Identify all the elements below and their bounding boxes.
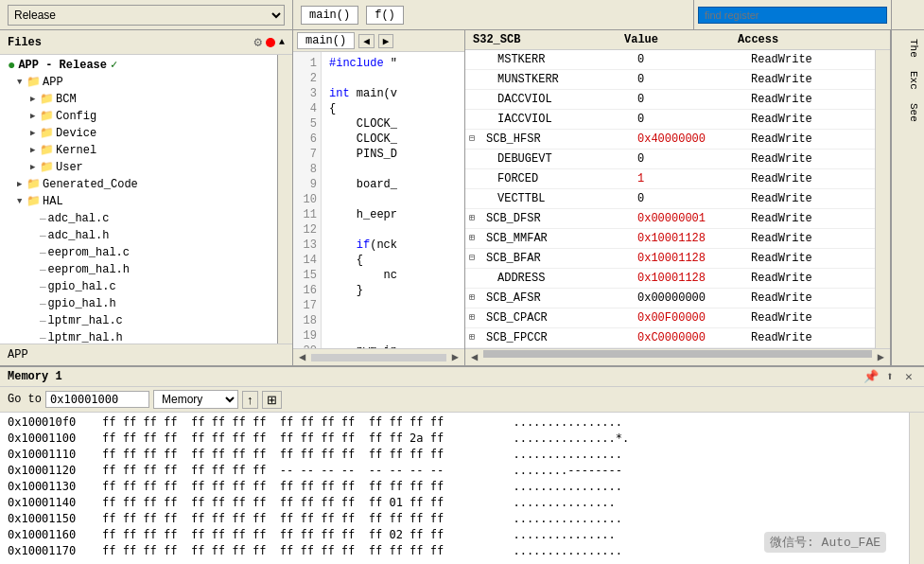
table-row[interactable]: ⊞ SCB_AFSR 0x00000000 ReadWrite — [465, 289, 875, 308]
expand-arrow-icon: ▶ — [30, 92, 40, 107]
reg-access: ReadWrite — [747, 250, 871, 267]
list-item[interactable]: ▶ 📁 User — [0, 159, 277, 176]
reg-col-name-header: S32_SCB — [469, 32, 620, 47]
list-item[interactable]: ▼ 📁 APP — [0, 74, 277, 91]
table-row[interactable]: IACCVIOL 0 ReadWrite — [465, 110, 875, 130]
file-tree-scrollbar[interactable] — [277, 55, 292, 344]
list-item[interactable]: — gpio_hal.h — [0, 295, 277, 312]
table-row[interactable]: MUNSTKERR 0 ReadWrite — [465, 70, 875, 90]
table-row[interactable]: ⊟ SCB_HFSR 0x40000000 ReadWrite — [465, 130, 875, 150]
memory-pin-icon[interactable]: 📌 — [863, 369, 879, 384]
table-row[interactable]: ⊞ SCB_DFSR 0x00000001 ReadWrite — [465, 209, 875, 229]
memory-address-input[interactable] — [45, 391, 149, 408]
list-item[interactable]: ● APP - Release ✓ — [0, 57, 277, 74]
folder-label: Generated_Code — [43, 177, 138, 192]
release-dropdown-area[interactable]: Release — [0, 0, 293, 29]
folder-label: Device — [56, 126, 96, 141]
register-table[interactable]: MSTKERR 0 ReadWrite MUNSTKERR 0 ReadWrit… — [465, 50, 875, 348]
memory-type-dropdown[interactable]: Memory — [153, 390, 238, 409]
table-row[interactable]: MSTKERR 0 ReadWrite — [465, 50, 875, 70]
table-row[interactable]: ⊞ SCB_FPCCR 0xC0000000 ReadWrite — [465, 328, 875, 348]
list-item[interactable]: — lptmr_hal.c — [0, 312, 277, 329]
mem-addr: 0x10001110 — [8, 447, 102, 463]
reg-expand-icon[interactable]: ⊞ — [469, 211, 482, 226]
table-row[interactable]: VECTTBL 0 ReadWrite — [465, 189, 875, 209]
table-row[interactable]: ADDRESS 0x10001128 ReadWrite — [465, 269, 875, 289]
table-row[interactable]: ⊞ SCB_CPACR 0x00F00000 ReadWrite — [465, 308, 875, 328]
memory-prev-btn[interactable]: ↑ — [242, 391, 258, 409]
mem-bytes: ff ff ff ff ff ff ff ff ff ff ff ff ff 0… — [102, 527, 499, 543]
memory-next-btn[interactable]: ⊞ — [262, 391, 282, 409]
reg-scroll-right-icon[interactable]: ▶ — [876, 350, 886, 364]
memory-dock-icon[interactable]: ⬆ — [882, 369, 898, 384]
reg-expand-icon[interactable]: ⊞ — [469, 310, 482, 326]
scroll-up-icon[interactable]: ▲ — [279, 37, 285, 47]
func-tab[interactable]: f() — [366, 6, 404, 25]
reg-access: ReadWrite — [747, 150, 871, 167]
list-item[interactable]: — gpio_hal.c — [0, 278, 277, 295]
list-item[interactable]: ▼ 📁 HAL — [0, 193, 277, 210]
reg-name: VECTTBL — [482, 190, 634, 207]
reg-name: DACCVIOL — [482, 91, 634, 108]
reg-access: ReadWrite — [747, 329, 871, 346]
list-item[interactable]: — adc_hal.c — [0, 210, 277, 227]
list-item[interactable]: — eeprom_hal.h — [0, 261, 277, 278]
list-item[interactable]: ▶ 📁 Kernel — [0, 142, 277, 159]
folder-label: Kernel — [56, 143, 96, 158]
table-row[interactable]: ⊟ SCB_BFAR 0x10001128 ReadWrite — [465, 249, 875, 269]
table-row[interactable]: DACCVIOL 0 ReadWrite — [465, 90, 875, 110]
reg-value: 0x00000001 — [634, 210, 747, 227]
scroll-left-icon[interactable]: ◀ — [297, 350, 307, 364]
code-content-area[interactable]: 12345 678910 1112131415 1617181920 #incl… — [293, 52, 464, 348]
memory-content[interactable]: 0x100010f0 ff ff ff ff ff ff ff ff ff ff… — [0, 413, 909, 564]
reg-value: 0 — [634, 111, 747, 128]
memory-panel: Memory 1 📌 ⬆ ✕ Go to Memory ↑ ⊞ 0x100010… — [0, 365, 924, 564]
right-panel-see[interactable]: See — [894, 98, 922, 127]
file-label: eeprom_hal.h — [48, 262, 130, 277]
list-item[interactable]: ▶ 📁 BCM — [0, 91, 277, 108]
list-item[interactable]: ▶ 📁 Config — [0, 108, 277, 125]
table-row[interactable]: ⊞ SCB_MMFAR 0x10001128 ReadWrite — [465, 229, 875, 249]
list-item[interactable]: — eeprom_hal.c — [0, 244, 277, 261]
reg-expand-icon[interactable]: ⊟ — [469, 251, 482, 266]
reg-expand-icon[interactable]: ⊞ — [469, 330, 482, 345]
list-item[interactable]: — lptmr_hal.h — [0, 329, 277, 344]
reg-expand-icon[interactable]: ⊞ — [469, 291, 482, 306]
reg-name: DEBUGEVT — [482, 150, 634, 167]
reg-expand-icon[interactable]: ⊞ — [469, 231, 482, 246]
register-scrollbar[interactable] — [875, 50, 890, 348]
gear-icon[interactable]: ⚙ — [254, 34, 262, 50]
code-nav-right-icon[interactable]: ▶ — [378, 34, 394, 48]
reg-access: ReadWrite — [747, 190, 871, 207]
mem-bytes: ff ff ff ff ff ff ff ff ff ff ff ff ff f… — [102, 543, 499, 559]
mem-addr: 0x10001100 — [8, 431, 102, 447]
reg-scroll-left-icon[interactable]: ◀ — [469, 350, 479, 364]
table-row[interactable]: FORCED 1 ReadWrite — [465, 169, 875, 189]
code-main-tab[interactable]: main() — [297, 32, 355, 49]
mem-bytes: ff ff ff ff ff ff ff ff ff ff ff ff ff 0… — [102, 495, 499, 511]
list-item[interactable]: ▶ 📁 Device — [0, 125, 277, 142]
code-nav-left-icon[interactable]: ◀ — [358, 34, 375, 48]
right-panel-the[interactable]: The — [894, 34, 922, 62]
list-item[interactable]: ▶ 📁 Generated_Code — [0, 176, 277, 193]
register-search-input[interactable] — [698, 7, 887, 24]
mem-addr: 0x10001130 — [8, 479, 102, 495]
file-tree-header: Files ⚙ ▲ — [0, 30, 292, 55]
list-item[interactable]: — adc_hal.h — [0, 227, 277, 244]
memory-close-icon[interactable]: ✕ — [901, 369, 916, 384]
memory-scrollbar[interactable] — [909, 413, 924, 564]
reg-access: ReadWrite — [747, 230, 871, 247]
reg-value: 0x10001128 — [634, 270, 747, 287]
reg-expand-icon[interactable]: ⊟ — [469, 132, 482, 147]
reg-value: 0 — [634, 51, 747, 68]
table-row: 0x10001120 ff ff ff ff ff ff ff ff -- --… — [8, 463, 901, 479]
folder-icon: 📁 — [26, 177, 41, 192]
top-bar-right — [891, 0, 924, 29]
reg-name: FORCED — [482, 170, 634, 187]
right-panel-exc[interactable]: Exc — [894, 66, 922, 95]
table-row[interactable]: DEBUGEVT 0 ReadWrite — [465, 150, 875, 169]
main-tab[interactable]: main() — [301, 6, 358, 25]
scroll-right-icon[interactable]: ▶ — [450, 350, 461, 364]
reg-access: ReadWrite — [747, 270, 871, 287]
release-select[interactable]: Release — [8, 5, 285, 26]
